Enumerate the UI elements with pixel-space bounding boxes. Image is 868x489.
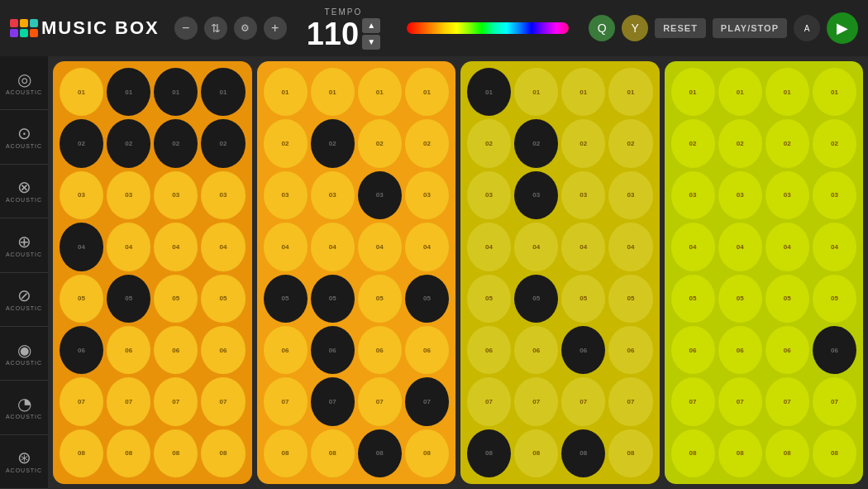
grid-cell[interactable]: 04: [264, 223, 308, 271]
grid-cell[interactable]: 06: [60, 326, 103, 374]
grid-cell[interactable]: 03: [813, 171, 856, 219]
grid-cell[interactable]: 05: [671, 275, 715, 323]
grid-cell[interactable]: 04: [405, 223, 449, 271]
grid-cell[interactable]: 02: [514, 119, 558, 167]
grid-cell[interactable]: 02: [813, 119, 856, 167]
grid-cell[interactable]: 01: [561, 68, 605, 116]
grid-cell[interactable]: 08: [608, 429, 652, 477]
sidebar-item-6[interactable]: ◉ACOUSTIC: [0, 327, 48, 381]
grid-cell[interactable]: 04: [765, 223, 809, 271]
grid-cell[interactable]: 06: [765, 326, 809, 374]
grid-cell[interactable]: 06: [514, 326, 558, 374]
grid-cell[interactable]: 07: [264, 377, 308, 425]
grid-cell[interactable]: 02: [467, 119, 511, 167]
tempo-down-button[interactable]: ▼: [362, 35, 380, 50]
grid-cell[interactable]: 03: [201, 171, 245, 219]
grid-cell[interactable]: 08: [813, 429, 856, 477]
grid-cell[interactable]: 01: [60, 68, 103, 116]
grid-cell[interactable]: 01: [358, 68, 402, 116]
grid-cell[interactable]: 05: [405, 275, 449, 323]
grid-cell[interactable]: 01: [264, 68, 308, 116]
grid-cell[interactable]: 08: [201, 429, 245, 477]
grid-cell[interactable]: 06: [107, 326, 150, 374]
grid-cell[interactable]: 03: [608, 171, 652, 219]
sidebar-item-7[interactable]: ◔ACOUSTIC: [0, 381, 48, 434]
grid-cell[interactable]: 03: [60, 171, 103, 219]
grid-cell[interactable]: 03: [467, 171, 511, 219]
grid-cell[interactable]: 01: [405, 68, 449, 116]
y-button[interactable]: Y: [622, 15, 648, 41]
grid-cell[interactable]: 02: [765, 119, 809, 167]
grid-cell[interactable]: 08: [561, 429, 605, 477]
grid-cell[interactable]: 05: [813, 275, 856, 323]
grid-cell[interactable]: 06: [264, 326, 308, 374]
grid-cell[interactable]: 08: [154, 429, 198, 477]
grid-cell[interactable]: 08: [107, 429, 150, 477]
grid-cell[interactable]: 08: [264, 429, 308, 477]
grid-cell[interactable]: 03: [514, 171, 558, 219]
grid-cell[interactable]: 05: [608, 275, 652, 323]
grid-cell[interactable]: 02: [358, 119, 402, 167]
grid-cell[interactable]: 04: [608, 223, 652, 271]
grid-cell[interactable]: 01: [765, 68, 809, 116]
grid-cell[interactable]: 06: [358, 326, 402, 374]
grid-cell[interactable]: 04: [358, 223, 402, 271]
grid-cell[interactable]: 05: [154, 275, 198, 323]
grid-cell[interactable]: 08: [467, 429, 511, 477]
grid-cell[interactable]: 06: [154, 326, 198, 374]
grid-cell[interactable]: 07: [718, 377, 762, 425]
grid-cell[interactable]: 05: [765, 275, 809, 323]
sidebar-item-1[interactable]: ◎ACOUSTIC: [0, 56, 48, 110]
grid-cell[interactable]: 07: [311, 377, 355, 425]
sidebar-item-2[interactable]: ⊙ACOUSTIC: [0, 110, 48, 164]
rainbow-bar[interactable]: [407, 22, 569, 34]
grid-cell[interactable]: 05: [514, 275, 558, 323]
grid-cell[interactable]: 01: [201, 68, 245, 116]
grid-cell[interactable]: 01: [467, 68, 511, 116]
grid-cell[interactable]: 03: [561, 171, 605, 219]
grid-cell[interactable]: 04: [467, 223, 511, 271]
grid-cell[interactable]: 06: [467, 326, 511, 374]
grid-cell[interactable]: 03: [154, 171, 198, 219]
sidebar-item-8[interactable]: ⊛ACOUSTIC: [0, 435, 48, 489]
grid-cell[interactable]: 02: [154, 119, 198, 167]
grid-cell[interactable]: 05: [264, 275, 308, 323]
grid-cell[interactable]: 06: [311, 326, 355, 374]
grid-cell[interactable]: 01: [671, 68, 715, 116]
grid-cell[interactable]: 05: [561, 275, 605, 323]
grid-cell[interactable]: 06: [405, 326, 449, 374]
grid-cell[interactable]: 06: [671, 326, 715, 374]
grid-cell[interactable]: 07: [467, 377, 511, 425]
grid-cell[interactable]: 01: [718, 68, 762, 116]
grid-cell[interactable]: 05: [718, 275, 762, 323]
grid-cell[interactable]: 08: [311, 429, 355, 477]
grid-cell[interactable]: 07: [405, 377, 449, 425]
grid-cell[interactable]: 08: [718, 429, 762, 477]
sidebar-item-3[interactable]: ⊗ACOUSTIC: [0, 165, 48, 218]
grid-cell[interactable]: 03: [405, 171, 449, 219]
grid-cell[interactable]: 06: [561, 326, 605, 374]
grid-cell[interactable]: 08: [671, 429, 715, 477]
play-icon[interactable]: ▶: [827, 12, 858, 44]
q-button[interactable]: Q: [589, 15, 615, 41]
grid-cell[interactable]: 01: [311, 68, 355, 116]
grid-cell[interactable]: 04: [154, 223, 198, 271]
grid-cell[interactable]: 07: [608, 377, 652, 425]
grid-cell[interactable]: 01: [107, 68, 150, 116]
grid-cell[interactable]: 08: [765, 429, 809, 477]
play-stop-button[interactable]: PLAY/STOP: [713, 18, 787, 38]
grid-cell[interactable]: 03: [718, 171, 762, 219]
grid-cell[interactable]: 07: [60, 377, 103, 425]
a-button[interactable]: A: [794, 15, 820, 41]
grid-cell[interactable]: 04: [813, 223, 856, 271]
grid-cell[interactable]: 05: [358, 275, 402, 323]
settings-button[interactable]: ⚙: [234, 17, 257, 40]
grid-cell[interactable]: 07: [561, 377, 605, 425]
grid-cell[interactable]: 02: [405, 119, 449, 167]
grid-cell[interactable]: 02: [671, 119, 715, 167]
grid-cell[interactable]: 02: [608, 119, 652, 167]
grid-cell[interactable]: 02: [561, 119, 605, 167]
grid-cell[interactable]: 03: [671, 171, 715, 219]
grid-cell[interactable]: 04: [718, 223, 762, 271]
grid-cell[interactable]: 05: [467, 275, 511, 323]
